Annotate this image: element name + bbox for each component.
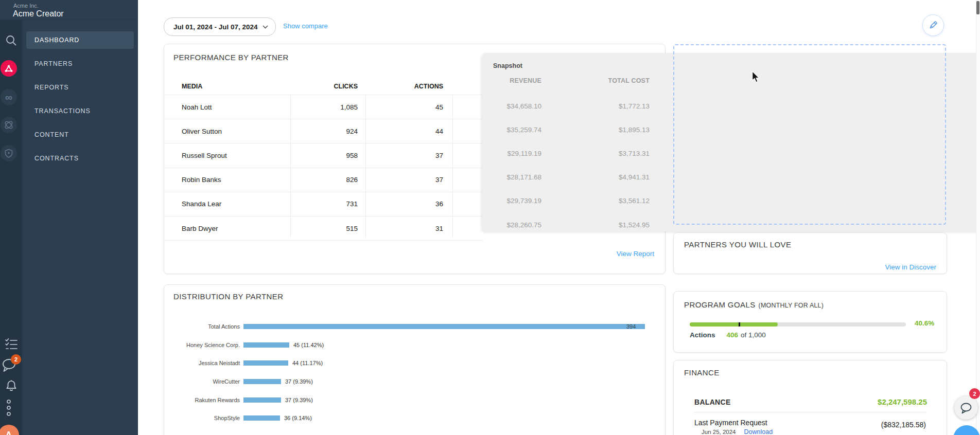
chart-value-label: 36 (9.14%): [284, 415, 312, 421]
balance-row: BALANCE $2,247,598.25: [694, 397, 927, 406]
chart-category-label: Total Actions: [164, 323, 243, 330]
org-name: Acme Inc.: [13, 3, 39, 9]
show-compare-link[interactable]: Show compare: [283, 22, 328, 30]
sidebar-nav-item[interactable]: CONTENT: [26, 126, 134, 143]
cell-revenue: $28,171.68: [482, 173, 541, 181]
sidebar-nav-item[interactable]: TRANSACTIONS: [26, 102, 134, 120]
view-in-discover-link[interactable]: View in Discover: [885, 263, 936, 271]
column-divider: [452, 95, 453, 238]
app-name: Acme Creator: [13, 9, 64, 19]
cell-actions: 31: [365, 225, 452, 232]
tasks-icon[interactable]: [0, 337, 22, 351]
download-link[interactable]: Download: [744, 428, 773, 435]
support-chat-badge: 2: [969, 388, 980, 399]
sidebar-nav-item[interactable]: REPORTS: [26, 79, 134, 96]
shield-product-icon[interactable]: [1, 145, 17, 161]
goal-percent-label: 40.6%: [915, 319, 934, 327]
cell-total-cost: $4,941.31: [541, 173, 650, 181]
sidebar-header: Acme Inc. Acme Creator: [0, 0, 138, 20]
column-header-actions[interactable]: ACTIONS: [365, 83, 452, 90]
cell-revenue: $28,260.75: [482, 221, 541, 229]
program-goals-card: PROGRAM GOALS (MONTHLY FOR ALL) 40.6% Ac…: [673, 291, 947, 353]
cell-media: Shanda Lear: [164, 200, 290, 208]
snapshot-row: $35,259.74 $1,895.13: [482, 118, 650, 141]
cell-clicks: 958: [290, 152, 365, 159]
edit-dashboard-button[interactable]: [922, 14, 944, 36]
support-chat-button[interactable]: [954, 396, 978, 420]
date-range-label: Jul 01, 2024 - Jul 07, 2024: [173, 23, 258, 31]
cell-clicks: 826: [290, 176, 365, 184]
distribution-card-title: DISTRIBUTION BY PARTNER: [173, 292, 283, 301]
table-row[interactable]: Robin Banks 826 37: [164, 168, 483, 192]
chart-value-label: 44 (11.17%): [292, 360, 323, 366]
table-row[interactable]: Oliver Sutton 924 44: [164, 119, 483, 143]
chart-bar[interactable]: [243, 324, 645, 329]
date-range-picker[interactable]: Jul 01, 2024 - Jul 07, 2024: [164, 17, 276, 36]
infinity-product-icon[interactable]: ∞: [1, 89, 17, 105]
search-icon[interactable]: [0, 34, 22, 47]
scrollbar-track[interactable]: [976, 0, 980, 435]
brand-logo-icon[interactable]: [1, 60, 17, 77]
sidebar-nav-item[interactable]: CONTRACTS: [26, 150, 134, 167]
widget-drop-placeholder[interactable]: [673, 44, 946, 225]
sidebar-nav-item[interactable]: PARTNERS: [26, 55, 134, 72]
column-header-media[interactable]: MEDIA: [164, 83, 290, 90]
cell-revenue: $34,658.10: [482, 102, 541, 110]
chart-value-label: 394: [626, 323, 636, 330]
cell-clicks: 731: [290, 200, 365, 208]
cell-revenue: $35,259.74: [482, 126, 541, 134]
cell-actions: 37: [365, 176, 452, 184]
last-payment-amount: ($832,185.58): [881, 421, 926, 429]
performance-table-body: Noah Lott 1,085 45 Oliver Sutton 924 44 …: [164, 95, 483, 241]
cell-clicks: 924: [290, 128, 365, 135]
program-goals-title-text: PROGRAM GOALS: [684, 300, 756, 309]
chart-bar[interactable]: [243, 342, 289, 348]
table-row[interactable]: Noah Lott 1,085 45: [164, 95, 483, 119]
chart-row: Total Actions 394: [164, 317, 666, 336]
goal-caption: Actions 406 of 1,000: [690, 331, 766, 339]
chart-row: Jessica Neistadt 44 (11.17%): [164, 354, 666, 372]
finance-card: FINANCE BALANCE $2,247,598.25 Last Payme…: [673, 360, 947, 435]
chart-bar[interactable]: [243, 379, 281, 384]
performance-card-title: PERFORMANCE BY PARTNER: [173, 53, 289, 62]
view-report-link[interactable]: View Report: [617, 250, 654, 258]
performance-table-header: MEDIA CLICKS ACTIONS: [164, 78, 483, 95]
snapshot-body: $34,658.10 $1,772.13 $35,259.74 $1,895.1…: [482, 94, 650, 237]
scrollbar-thumb[interactable]: [976, 1, 979, 14]
cell-actions: 44: [365, 128, 452, 135]
table-row[interactable]: Shanda Lear 731 36: [164, 192, 483, 216]
balance-label: BALANCE: [694, 398, 731, 406]
chart-bar[interactable]: [243, 397, 281, 403]
bell-icon[interactable]: [0, 379, 22, 392]
goal-progress-track[interactable]: [690, 322, 906, 327]
cell-clicks: 515: [290, 225, 365, 232]
goal-metric-label: Actions: [690, 331, 715, 339]
chart-value-label: 37 (9.39%): [285, 397, 313, 403]
table-row[interactable]: Russell Sprout 958 37: [164, 143, 483, 167]
chart-value-label: 45 (11.42%): [293, 342, 324, 348]
snapshot-row: $29,739.19 $3,561.12: [482, 189, 650, 213]
column-header-clicks[interactable]: CLICKS: [290, 83, 365, 90]
knot-product-icon[interactable]: [1, 117, 17, 133]
sidebar-nav-item-label: CONTRACTS: [34, 155, 79, 162]
more-options-icon[interactable]: [6, 399, 12, 420]
balance-value: $2,247,598.25: [878, 397, 927, 406]
cell-media: Barb Dwyer: [164, 225, 290, 232]
distribution-bar-chart: Total Actions 394 Honey Science Corp. 45…: [164, 317, 666, 427]
cell-clicks: 1,085: [290, 103, 365, 111]
chart-bar[interactable]: [243, 360, 288, 366]
chart-category-label: Jessica Neistadt: [164, 360, 243, 366]
cell-media: Oliver Sutton: [164, 128, 290, 135]
table-row[interactable]: Barb Dwyer 515 31: [164, 216, 483, 240]
sidebar-nav-item[interactable]: DASHBOARD: [26, 31, 134, 49]
cell-total-cost: $1,895.13: [541, 126, 650, 134]
cell-total-cost: $1,772.13: [541, 102, 650, 110]
snapshot-header: REVENUE TOTAL COST: [482, 77, 650, 84]
column-header-revenue[interactable]: REVENUE: [482, 77, 541, 84]
chevron-down-icon: [262, 25, 268, 29]
pencil-icon: [927, 20, 939, 31]
column-header-total-cost[interactable]: TOTAL COST: [541, 77, 650, 84]
last-payment-label: Last Payment Request: [694, 419, 767, 427]
chart-bar[interactable]: [243, 415, 280, 421]
mouse-cursor: [751, 71, 760, 83]
